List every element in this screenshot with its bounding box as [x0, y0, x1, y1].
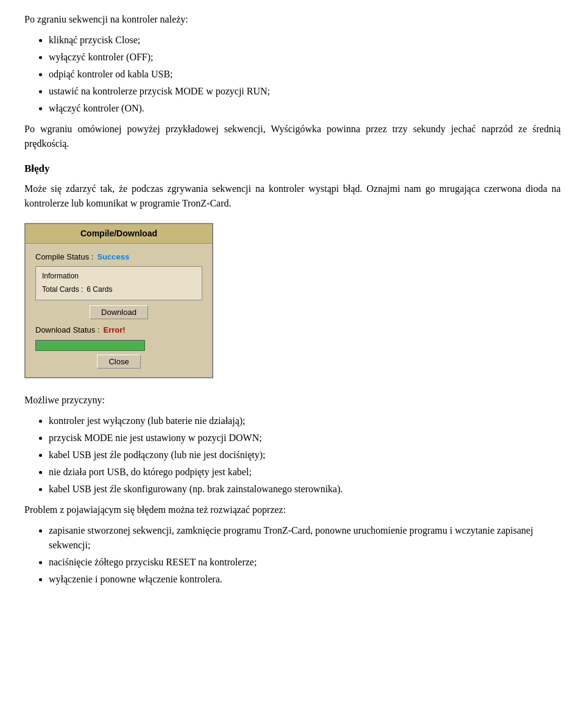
list-item: wyłączenie i ponowne włączenie kontroler… [49, 572, 561, 587]
list-item: włączyć kontroler (ON). [49, 101, 561, 116]
list-item: ustawić na kontrolerze przycisk MODE w p… [49, 84, 561, 99]
download-status-label: Download Status : [35, 324, 100, 336]
download-button[interactable]: Download [90, 305, 148, 319]
compile-status-label: Compile Status : [35, 251, 93, 263]
download-status-value: Error! [104, 324, 126, 336]
list-item: wyłączyć kontroler (OFF); [49, 50, 561, 65]
total-cards-label: Total Cards : [42, 284, 83, 295]
download-btn-row[interactable]: Download [35, 305, 202, 319]
list-item: zapisanie stworzonej sekwencji, zamknięc… [49, 523, 561, 553]
compile-status-row: Compile Status : Success [35, 251, 202, 263]
compile-status-value: Success [97, 251, 129, 263]
problem-paragraph: Problem z pojawiającym się błędem można … [24, 503, 561, 517]
list-item: nie działa port USB, do którego podpięty… [49, 465, 561, 479]
dialog-wrapper: Compile/Download Compile Status : Succes… [24, 223, 561, 378]
total-cards-row: Total Cards : 6 Cards [42, 284, 196, 295]
intro-list: kliknąć przycisk Close; wyłączyć kontrol… [49, 33, 561, 116]
info-box: Information Total Cards : 6 Cards [35, 266, 202, 300]
dialog-titlebar: Compile/Download [26, 224, 212, 244]
total-cards-value: 6 Cards [87, 284, 112, 295]
compile-download-dialog: Compile/Download Compile Status : Succes… [24, 223, 213, 378]
main-content: Po zgraniu sekwencji na kontroler należy… [24, 12, 561, 587]
intro-heading: Po zgraniu sekwencji na kontroler należy… [24, 12, 561, 27]
list-item: odpiąć kontroler od kabla USB; [49, 67, 561, 82]
mozliwe-list: kontroler jest wyłączony (lub baterie ni… [49, 414, 561, 497]
list-item: przycisk MODE nie jest ustawiony w pozyc… [49, 431, 561, 445]
list-item: kabel USB jest źle skonfigurowany (np. b… [49, 482, 561, 497]
paragraph-after-intro: Po wgraniu omówionej powyżej przykładowe… [24, 122, 561, 151]
dialog-title: Compile/Download [80, 228, 157, 238]
progress-bar [35, 340, 145, 351]
download-status-row: Download Status : Error! [35, 324, 202, 336]
bledy-paragraph: Może się zdarzyć tak, że podczas zgrywan… [24, 182, 561, 211]
close-btn-row[interactable]: Close [35, 355, 202, 369]
dialog-body: Compile Status : Success Information Tot… [26, 244, 212, 377]
list-item: kabel USB jest źle podłączony (lub nie j… [49, 448, 561, 462]
list-item: kliknąć przycisk Close; [49, 33, 561, 48]
close-button[interactable]: Close [97, 355, 140, 369]
info-title: Information [42, 270, 196, 281]
list-item: naciśnięcie żółtego przycisku RESET na k… [49, 555, 561, 570]
mozliwe-title: Możliwe przyczyny: [24, 393, 561, 408]
section-bledy-title: Błędy [24, 161, 561, 177]
list-item: kontroler jest wyłączony (lub baterie ni… [49, 414, 561, 428]
problem-list: zapisanie stworzonej sekwencji, zamknięc… [49, 523, 561, 587]
